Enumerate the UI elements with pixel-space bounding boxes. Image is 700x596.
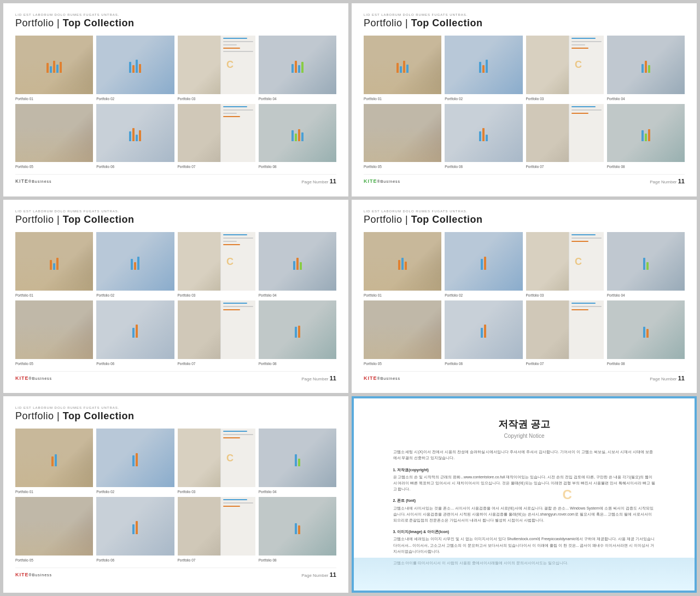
portfolio-thumbnail xyxy=(364,232,441,291)
portfolio-label: Portfolio 07 xyxy=(526,165,544,169)
list-item: Portfolio 01 xyxy=(15,36,93,101)
portfolio-label: Portfolio 01 xyxy=(15,490,33,494)
slide-3: LID EST LABORUM DOLO RUMES FUGATS UNTRAS… xyxy=(3,200,348,393)
portfolio-thumbnail xyxy=(96,36,174,94)
portfolio-thumbnail: C xyxy=(178,429,255,487)
list-item: Portfolio 06 xyxy=(96,300,174,366)
portfolio-label: Portfolio 08 xyxy=(259,362,277,366)
list-item: C Portfolio 03 xyxy=(526,36,604,101)
portfolio-label: Portfolio 04 xyxy=(259,490,277,494)
portfolio-thumbnail xyxy=(96,300,174,359)
slide-5-title: Portfolio | Top Collection xyxy=(15,410,336,422)
portfolio-thumbnail xyxy=(445,232,522,291)
copyright-watermark-badge: C xyxy=(562,487,571,502)
list-item: Portfolio 07 xyxy=(178,497,255,562)
portfolio-label: Portfolio 04 xyxy=(607,293,625,297)
slide-5-subtitle: LID EST LABORUM DOLO RUMES FUGATS UNTRAS… xyxy=(15,406,336,409)
list-item: Portfolio 04 xyxy=(259,429,336,494)
portfolio-label: Portfolio 08 xyxy=(607,362,625,366)
portfolio-label: Portfolio 05 xyxy=(15,558,33,562)
portfolio-thumbnail xyxy=(15,104,93,163)
slide-5: LID EST LABORUM DOLO RUMES FUGATS UNTRAS… xyxy=(3,396,348,593)
list-item: Portfolio 02 xyxy=(445,232,522,297)
portfolio-label: Portfolio 03 xyxy=(526,97,544,101)
portfolio-thumbnail xyxy=(178,300,255,359)
portfolio-label: Portfolio 03 xyxy=(178,293,196,297)
list-item: Portfolio 04 xyxy=(259,36,336,101)
portfolio-label: Portfolio 02 xyxy=(445,97,463,101)
portfolio-thumbnail xyxy=(526,104,604,163)
portfolio-thumbnail xyxy=(178,497,255,556)
portfolio-label: Portfolio 04 xyxy=(259,97,277,101)
portfolio-grid-1: Portfolio 01 Portfolio 02 xyxy=(15,36,336,169)
portfolio-row-2: Portfolio 05 Portfolio 06 xyxy=(15,300,336,366)
list-item: Portfolio 05 xyxy=(364,104,441,169)
portfolio-thumbnail: C xyxy=(526,36,604,94)
portfolio-row-2: Portfolio 05 Portfolio 06 xyxy=(15,497,336,562)
list-item: Portfolio 08 xyxy=(607,104,685,169)
list-item: Portfolio 05 xyxy=(364,300,441,366)
copyright-subtitle: Copyright Notice xyxy=(504,433,545,439)
list-item: Portfolio 02 xyxy=(96,232,174,297)
portfolio-thumbnail xyxy=(259,36,336,94)
slide-footer: KITE®Business Page Number 11 xyxy=(15,371,336,381)
portfolio-thumbnail xyxy=(607,104,685,163)
copyright-body: 고템소 세팅 시(X)이서 전에서 시용의 찬성에 승려하실 시에서입니다 주셔… xyxy=(393,449,656,571)
list-item: Portfolio 06 xyxy=(445,300,522,366)
portfolio-label: Portfolio 06 xyxy=(96,362,114,366)
list-item: Portfolio 04 xyxy=(607,36,685,101)
portfolio-row-1: Portfolio 01 Portfolio 02 C xyxy=(15,429,336,494)
portfolio-row-2: Portfolio 05 Portfolio 06 xyxy=(15,104,336,169)
list-item: Portfolio 07 xyxy=(178,300,255,366)
copyright-badge: C xyxy=(226,59,234,71)
list-item: Portfolio 05 xyxy=(15,497,93,562)
portfolio-thumbnail xyxy=(259,429,336,487)
portfolio-label: Portfolio 06 xyxy=(96,165,114,169)
page-number: Page Number 11 xyxy=(650,178,685,184)
portfolio-thumbnail xyxy=(259,104,336,163)
portfolio-label: Portfolio 08 xyxy=(259,165,277,169)
portfolio-label: Portfolio 07 xyxy=(178,558,196,562)
copyright-badge: C xyxy=(226,256,234,267)
portfolio-thumbnail xyxy=(607,36,685,94)
portfolio-label: Portfolio 03 xyxy=(526,293,544,297)
copyright-badge: C xyxy=(575,59,582,71)
brand-logo: KITE®Business xyxy=(15,375,52,381)
portfolio-label: Portfolio 06 xyxy=(445,362,463,366)
page-number: Page Number 11 xyxy=(301,178,336,184)
portfolio-thumbnail xyxy=(364,36,441,94)
slide-1: LID EST LABORUM DOLO RUMES FUGATS UNTRAS… xyxy=(3,3,348,196)
list-item: Portfolio 01 xyxy=(15,429,93,494)
list-item: C Portfolio 03 xyxy=(178,36,255,101)
portfolio-thumbnail xyxy=(96,429,174,487)
slide-3-title: Portfolio | Top Collection xyxy=(15,214,336,225)
brand-logo: KITE®Business xyxy=(15,178,52,184)
slide-1-title: Portfolio | Top Collection xyxy=(15,18,336,29)
list-item: C Portfolio 03 xyxy=(526,232,604,297)
portfolio-label: Portfolio 06 xyxy=(445,165,463,169)
portfolio-row-1: Portfolio 01 Portfolio 02 C xyxy=(364,36,685,101)
portfolio-thumbnail xyxy=(96,497,174,556)
portfolio-thumbnail xyxy=(445,300,522,359)
slide-footer: KITE®Business Page Number 11 xyxy=(364,174,685,184)
portfolio-thumbnail xyxy=(364,104,441,163)
portfolio-label: Portfolio 01 xyxy=(364,97,382,101)
list-item: Portfolio 08 xyxy=(607,300,685,366)
slide-4-title: Portfolio | Top Collection xyxy=(364,214,685,225)
slide-2-subtitle: LID EST LABORUM DOLO RUMES FUGATS UNTRAS… xyxy=(364,13,685,16)
list-item: Portfolio 06 xyxy=(96,497,174,562)
portfolio-label: Portfolio 05 xyxy=(15,362,33,366)
portfolio-row-1: Portfolio 01 Portfolio 02 C xyxy=(15,232,336,297)
brand-logo: KITE®Business xyxy=(364,375,400,381)
portfolio-label: Portfolio 01 xyxy=(15,97,33,101)
portfolio-thumbnail xyxy=(259,232,336,291)
portfolio-row-1: Portfolio 01 Portfolio 02 C xyxy=(364,232,685,297)
portfolio-label: Portfolio 08 xyxy=(607,165,625,169)
portfolio-thumbnail xyxy=(15,300,93,359)
portfolio-label: Portfolio 07 xyxy=(178,165,196,169)
list-item: Portfolio 04 xyxy=(259,232,336,297)
portfolio-row-2: Portfolio 05 Portfolio 06 xyxy=(364,104,685,169)
list-item: Portfolio 05 xyxy=(15,300,93,366)
list-item: Portfolio 05 xyxy=(15,104,93,169)
list-item: Portfolio 07 xyxy=(526,104,604,169)
